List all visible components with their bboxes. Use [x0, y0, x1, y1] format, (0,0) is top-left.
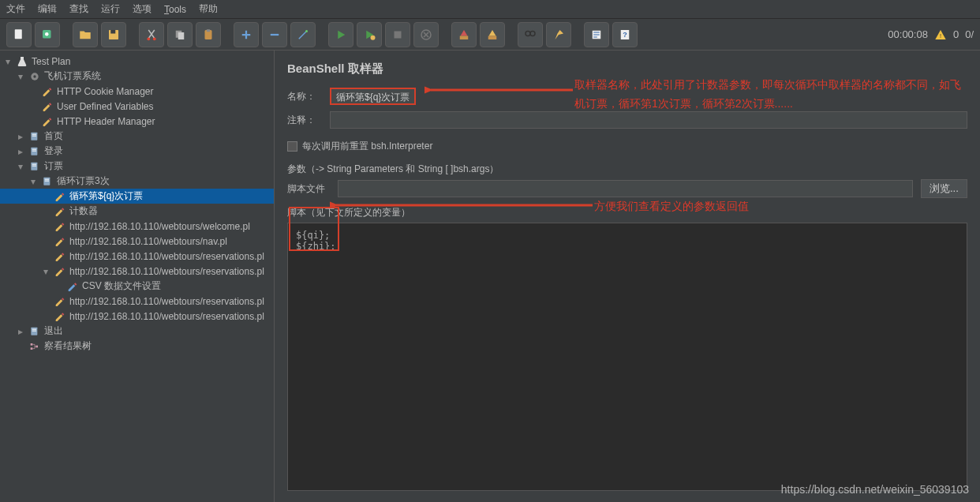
pen-icon [54, 295, 66, 308]
svg-rect-33 [32, 165, 36, 166]
tb-broom[interactable] [546, 22, 571, 47]
tb-stop[interactable] [385, 22, 410, 47]
tb-save[interactable] [101, 22, 126, 47]
svg-text:?: ? [623, 31, 627, 39]
reset-interpreter-label: 每次调用前重置 bsh.Interpreter [302, 140, 432, 153]
tree-node-2[interactable]: HTTP Cookie Manager [0, 84, 274, 99]
reset-interpreter-checkbox[interactable] [287, 141, 297, 152]
expand-icon[interactable]: ▾ [3, 56, 13, 67]
expand-icon[interactable]: ▸ [16, 326, 25, 337]
tree-node-4[interactable]: HTTP Header Manager [0, 114, 274, 129]
tree-node-7[interactable]: ▾订票 [0, 159, 274, 174]
svg-rect-36 [45, 180, 49, 181]
scriptfile-label: 脚本文件 [287, 182, 330, 196]
tree-node-14[interactable]: ▾http://192.168.10.110/webtours/reservat… [0, 264, 274, 279]
browse-button[interactable]: 浏览... [921, 179, 967, 198]
tree-node-13[interactable]: http://192.168.10.110/webtours/reservati… [0, 249, 274, 264]
elapsed-time: 00:00:08 [888, 28, 928, 40]
tree-label: 订票 [44, 159, 63, 173]
tree-node-15[interactable]: CSV 数据文件设置 [0, 279, 274, 294]
tree-node-17[interactable]: http://192.168.10.110/webtours/reservati… [0, 309, 274, 324]
svg-rect-29 [32, 148, 36, 149]
csv-icon [66, 280, 79, 293]
tree-label: http://192.168.10.110/webtours/reservati… [69, 266, 264, 277]
pen-icon [41, 115, 54, 128]
tb-paste[interactable] [196, 22, 221, 47]
tree-node-19[interactable]: 察看结果树 [0, 339, 274, 354]
pen-icon [54, 235, 66, 248]
tb-templates[interactable] [35, 22, 60, 47]
panel-title: BeanShell 取样器 [287, 62, 967, 77]
tb-clear[interactable] [451, 22, 477, 47]
page-icon [28, 160, 41, 173]
svg-rect-31 [31, 162, 37, 170]
tree-node-12[interactable]: http://192.168.10.110/webtours/nav.pl [0, 234, 274, 249]
tree-node-18[interactable]: ▸退出 [0, 324, 274, 339]
tree-label: User Defined Variables [57, 101, 154, 112]
tree-label: http://192.168.10.110/webtours/reservati… [69, 311, 264, 322]
tree-node-9[interactable]: 循环第${q}次订票 [0, 189, 274, 204]
tb-cut[interactable] [139, 22, 164, 47]
expand-icon[interactable]: ▾ [28, 176, 38, 187]
editor-panel: BeanShell 取样器 名称： 循环第${q}次订票 注释： 每次调用前重置… [275, 51, 980, 502]
tb-play[interactable] [328, 22, 353, 47]
tree-node-8[interactable]: ▾循环订票3次 [0, 174, 274, 189]
svg-point-18 [530, 31, 535, 36]
tb-log-toggle[interactable] [584, 22, 609, 47]
menu-file[interactable]: 文件 [6, 2, 25, 16]
menu-edit[interactable]: 编辑 [38, 2, 57, 16]
expand-icon[interactable]: ▸ [16, 131, 25, 142]
menu-run[interactable]: 运行 [101, 2, 120, 16]
tb-copy[interactable] [167, 22, 193, 47]
tb-new[interactable] [6, 22, 32, 47]
tree-node-3[interactable]: User Defined Variables [0, 99, 274, 114]
tree-node-16[interactable]: http://192.168.10.110/webtours/reservati… [0, 294, 274, 309]
expand-icon[interactable]: ▾ [16, 161, 25, 172]
tb-help[interactable]: ? [612, 22, 638, 47]
tree-node-6[interactable]: ▸登录 [0, 144, 274, 159]
pen-icon [41, 100, 54, 113]
pen-icon [54, 265, 66, 278]
menu-tools[interactable]: Tools [164, 4, 186, 15]
pen-icon [54, 310, 66, 323]
script-editor[interactable]: ${qi}; ${zhi}; [287, 223, 967, 491]
svg-rect-35 [45, 178, 49, 179]
comment-input[interactable] [330, 111, 967, 129]
svg-point-12 [371, 35, 376, 39]
tree-label: 首页 [44, 129, 63, 143]
tree-node-0[interactable]: ▾Test Plan [0, 54, 274, 69]
menu-options[interactable]: 选项 [133, 2, 151, 16]
tb-search[interactable] [518, 22, 543, 47]
svg-rect-4 [110, 30, 115, 34]
tb-play-no-timers[interactable] [357, 22, 382, 47]
expand-icon[interactable]: ▸ [16, 146, 25, 157]
svg-point-11 [305, 30, 308, 32]
tree-node-5[interactable]: ▸首页 [0, 129, 274, 144]
tree-node-11[interactable]: http://192.168.10.110/webtours/welcome.p… [0, 219, 274, 234]
tb-shutdown[interactable] [413, 22, 439, 47]
params-label: 参数（-> String Parameters 和 String [ ]bsh.… [287, 163, 967, 176]
svg-point-17 [526, 31, 530, 36]
tb-wand[interactable] [290, 22, 316, 47]
svg-rect-16 [488, 36, 497, 39]
expand-icon[interactable]: ▾ [41, 266, 50, 277]
test-plan-tree[interactable]: ▾Test Plan▾飞机订票系统HTTP Cookie ManagerUser… [0, 51, 275, 502]
tree-node-1[interactable]: ▾飞机订票系统 [0, 69, 274, 84]
svg-text:!: ! [940, 32, 941, 39]
menu-search[interactable]: 查找 [69, 2, 88, 16]
scriptfile-input[interactable] [338, 180, 913, 197]
tb-minus[interactable] [262, 22, 287, 47]
tree-label: 循环第${q}次订票 [69, 189, 143, 203]
name-input[interactable]: 循环第${q}次订票 [330, 88, 416, 105]
tree-node-10[interactable]: 计数器 [0, 204, 274, 219]
tb-clear-all[interactable] [480, 22, 505, 47]
tree-label: 飞机订票系统 [44, 69, 101, 83]
tree-label: http://192.168.10.110/webtours/reservati… [69, 251, 264, 262]
tb-open[interactable] [73, 22, 98, 47]
warning-icon: ! [934, 28, 947, 41]
pen-icon [54, 190, 66, 203]
svg-point-6 [153, 37, 156, 40]
expand-icon[interactable]: ▾ [16, 71, 25, 82]
tb-plus[interactable] [234, 22, 259, 47]
menu-help[interactable]: 帮助 [199, 2, 218, 16]
